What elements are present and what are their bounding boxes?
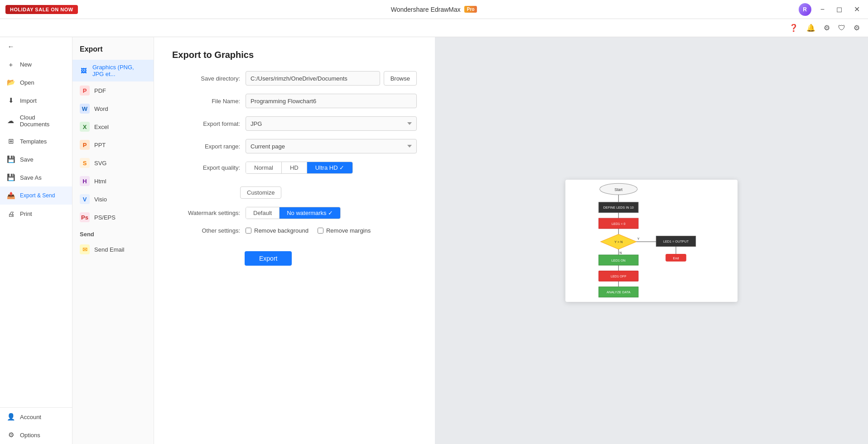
svg-text:Y > N: Y > N	[614, 240, 622, 244]
watermark-control: Default No watermarks ✓	[246, 207, 417, 219]
export-type-visio[interactable]: V Visio	[72, 190, 154, 208]
visio-label: Visio	[94, 196, 107, 203]
export-type-pdf[interactable]: P PDF	[72, 81, 154, 100]
sidebar-item-print[interactable]: 🖨 Print	[0, 205, 72, 223]
export-format-select[interactable]: JPG PNG BMP SVG PDF	[246, 116, 417, 131]
sidebar-item-back[interactable]: ←	[0, 37, 72, 55]
export-format-row: Export format: JPG PNG BMP SVG PDF	[172, 116, 417, 131]
maximize-button[interactable]: ◻	[834, 4, 845, 14]
remove-margins-input[interactable]	[318, 228, 323, 234]
close-button[interactable]: ✕	[851, 4, 863, 14]
save-directory-control: Browse	[246, 71, 417, 86]
sidebar-bottom: 👤 Account ⚙ Options	[0, 407, 72, 444]
send-section-title: Send	[72, 226, 154, 240]
sidebar-item-export-label: Export & Send	[20, 192, 55, 199]
export-range-row: Export range: Current page All pages Sel…	[172, 139, 417, 153]
help-icon[interactable]: ❓	[787, 23, 800, 33]
export-type-svg[interactable]: S SVG	[72, 154, 154, 172]
svg-text:ANALYZE DATA: ANALYZE DATA	[607, 290, 631, 294]
watermark-row: Watermark settings: Default No watermark…	[172, 207, 417, 219]
sidebar-item-account[interactable]: 👤 Account	[0, 408, 72, 426]
sidebar-item-new-label: New	[20, 61, 32, 68]
word-icon: W	[80, 104, 90, 114]
options-icon: ⚙	[6, 430, 15, 439]
export-type-ppt[interactable]: P PPT	[72, 136, 154, 154]
app-name: Wondershare EdrawMax	[391, 6, 461, 13]
export-type-word[interactable]: W Word	[72, 100, 154, 118]
remove-margins-checkbox[interactable]: Remove margins	[318, 227, 371, 234]
export-panel-title: Export to Graphics	[172, 50, 417, 60]
quality-hd-button[interactable]: HD	[282, 162, 307, 173]
pseps-label: PS/EPS	[94, 214, 116, 221]
send-email-item[interactable]: ✉ Send Email	[72, 240, 154, 258]
export-type-graphics[interactable]: 🖼 Graphics (PNG, JPG et...	[72, 60, 154, 81]
shield-icon[interactable]: 🛡	[836, 23, 847, 33]
export-sidebar-title: Export	[72, 42, 154, 60]
sidebar-item-saveas[interactable]: 💾 Save As	[0, 168, 72, 186]
watermark-default-button[interactable]: Default	[246, 207, 280, 219]
file-name-input[interactable]	[246, 94, 417, 108]
export-quality-label: Export quality:	[172, 164, 240, 171]
titlebar-right: R − ◻ ✕	[799, 3, 863, 16]
svg-text:LED1 = OUTPUT: LED1 = OUTPUT	[663, 239, 689, 243]
apps-icon[interactable]: ⚙	[822, 23, 832, 33]
avatar[interactable]: R	[799, 3, 811, 16]
import-icon: ⬇	[6, 96, 15, 105]
file-name-control	[246, 94, 417, 108]
quality-ultrahd-button[interactable]: Ultra HD ✓	[307, 162, 352, 173]
sidebar-item-import[interactable]: ⬇ Import	[0, 91, 72, 110]
templates-icon: ⊞	[6, 137, 15, 146]
sidebar-item-save-label: Save	[20, 156, 34, 163]
settings-icon[interactable]: ⚙	[852, 23, 862, 33]
watermark-none-button[interactable]: No watermarks ✓	[280, 207, 340, 219]
export-format-control: JPG PNG BMP SVG PDF	[246, 116, 417, 131]
svg-rect-0	[567, 180, 736, 302]
back-icon: ←	[6, 42, 15, 51]
sidebar-item-new[interactable]: + New	[0, 55, 72, 73]
sidebar-item-templates[interactable]: ⊞ Templates	[0, 132, 72, 150]
sidebar-item-cloud-label: Cloud Documents	[20, 114, 66, 128]
checkbox-group: Remove background Remove margins	[246, 227, 371, 234]
html-label: Html	[94, 178, 106, 185]
save-directory-label: Save directory:	[172, 75, 240, 82]
print-icon: 🖨	[6, 209, 15, 218]
ppt-icon: P	[80, 140, 90, 150]
export-button[interactable]: Export	[245, 251, 292, 266]
notification-icon[interactable]: 🔔	[805, 23, 817, 33]
export-range-select[interactable]: Current page All pages Selected pages	[246, 139, 417, 153]
svg-text:N: N	[619, 251, 622, 255]
remove-margins-label: Remove margins	[326, 227, 371, 234]
sidebar-item-export[interactable]: 📤 Export & Send	[0, 186, 72, 205]
account-icon: 👤	[6, 412, 15, 421]
export-type-excel[interactable]: X Excel	[72, 118, 154, 136]
export-quality-row: Export quality: Normal HD Ultra HD ✓ Cus…	[172, 162, 417, 199]
sidebar-item-open[interactable]: 📂 Open	[0, 73, 72, 91]
saveas-icon: 💾	[6, 173, 15, 182]
export-type-html[interactable]: H Html	[72, 172, 154, 190]
sidebar-item-templates-label: Templates	[20, 138, 47, 145]
save-directory-input[interactable]	[246, 71, 380, 86]
save-icon: 💾	[6, 155, 15, 164]
sidebar-item-print-label: Print	[20, 210, 32, 217]
customize-button[interactable]: Customize	[240, 186, 281, 199]
export-range-control: Current page All pages Selected pages	[246, 139, 417, 153]
svg-text:LED1 = 0: LED1 = 0	[612, 221, 625, 225]
remove-bg-input[interactable]	[246, 228, 251, 234]
export-type-pseps[interactable]: Ps PS/EPS	[72, 208, 154, 226]
svg-text:DEFINE LEDS IN 10: DEFINE LEDS IN 10	[603, 205, 634, 210]
sidebar-item-options[interactable]: ⚙ Options	[0, 426, 72, 444]
minimize-button[interactable]: −	[818, 5, 827, 14]
pseps-icon: Ps	[80, 212, 90, 222]
remove-bg-checkbox[interactable]: Remove background	[246, 227, 309, 234]
browse-button[interactable]: Browse	[384, 71, 417, 86]
save-directory-row: Save directory: Browse	[172, 71, 417, 86]
cloud-icon: ☁	[6, 116, 15, 125]
sidebar-item-save[interactable]: 💾 Save	[0, 150, 72, 168]
flowchart-preview: Start DEFINE LEDS IN 10 LED1 = 0	[565, 180, 738, 302]
quality-normal-button[interactable]: Normal	[246, 162, 282, 173]
sidebar-item-cloud[interactable]: ☁ Cloud Documents	[0, 110, 72, 132]
holiday-sale-button[interactable]: HOLIDAY SALE ON NOW	[5, 5, 78, 14]
excel-label: Excel	[94, 124, 109, 130]
pro-badge: Pro	[464, 6, 477, 13]
main-layout: ← + New 📂 Open ⬇ Import ☁ Cloud Document…	[0, 37, 868, 444]
